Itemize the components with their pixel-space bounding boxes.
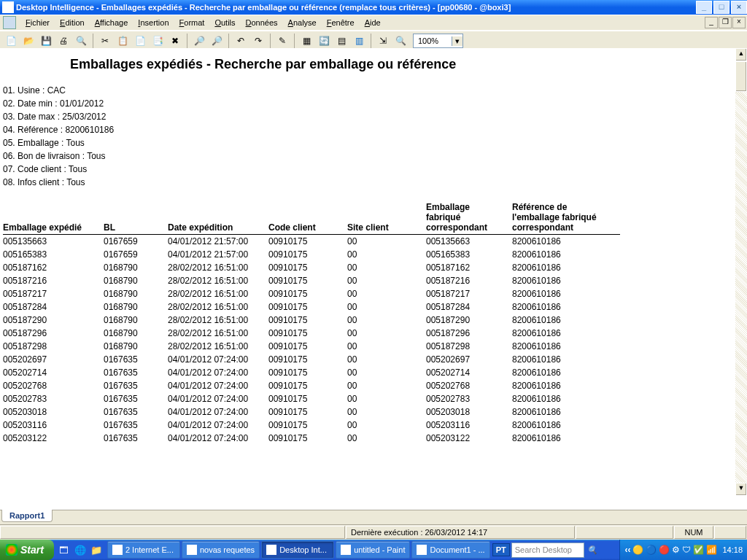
find-next-icon[interactable]: 🔎: [209, 33, 225, 49]
mdi-minimize-button[interactable]: _: [705, 17, 718, 28]
tab-rapport1[interactable]: Rapport1: [1, 510, 53, 522]
undo-icon[interactable]: ↶: [233, 33, 249, 49]
scroll-down-icon[interactable]: ▼: [735, 483, 747, 496]
menu-donnees[interactable]: Données: [241, 17, 283, 28]
maximize-button[interactable]: □: [713, 1, 729, 14]
taskbar-task[interactable]: novas requetes: [182, 541, 260, 559]
scroll-track[interactable]: [735, 92, 747, 483]
clock[interactable]: 14:18: [722, 545, 743, 554]
drill-icon[interactable]: ⇲: [375, 33, 391, 49]
menu-format[interactable]: Format: [174, 17, 210, 28]
print-icon[interactable]: 🖨: [55, 33, 71, 49]
zoom-input[interactable]: [417, 36, 449, 46]
new-icon[interactable]: 📄: [3, 33, 19, 49]
table-cell: 00910175: [268, 379, 347, 392]
menu-edition[interactable]: Edition: [55, 17, 90, 28]
scroll-thumb[interactable]: [735, 61, 747, 92]
table-row: 005202697016763504/01/2012 07:24:0000910…: [3, 353, 620, 366]
paste-icon[interactable]: 📄: [132, 33, 148, 49]
menu-analyse[interactable]: Analyse: [283, 17, 322, 28]
table-row: 005202783016763504/01/2012 07:24:0000910…: [3, 392, 620, 405]
tray-icon[interactable]: 🛡: [682, 545, 691, 555]
vertical-scrollbar[interactable]: ▲ ▼: [735, 48, 747, 496]
close-button[interactable]: ×: [731, 1, 747, 14]
scroll-up-icon[interactable]: ▲: [735, 48, 747, 61]
table-icon[interactable]: ▦: [298, 33, 314, 49]
open-icon[interactable]: 📂: [20, 33, 36, 49]
param-line: 01. Usine : CAC: [3, 85, 747, 96]
table-cell: 00910175: [268, 327, 347, 340]
table-cell: 0168790: [104, 300, 168, 314]
table-cell: 005202768: [3, 379, 104, 392]
search-input[interactable]: Search Desktop: [511, 542, 584, 558]
tray-icon[interactable]: 🔴: [659, 545, 670, 555]
mdi-close-button[interactable]: ×: [732, 17, 746, 28]
tray-icon[interactable]: ✅: [693, 545, 704, 555]
table-cell: 28/02/2012 16:51:00: [168, 340, 268, 353]
table-cell: 0167659: [104, 235, 168, 249]
delete-icon[interactable]: ✖: [167, 33, 183, 49]
table-cell: 005187296: [426, 327, 512, 340]
taskbar-task[interactable]: Desktop Int...: [261, 541, 334, 559]
taskbar-task[interactable]: 2 Internet E...: [107, 541, 180, 559]
columns-icon[interactable]: ▥: [351, 33, 367, 49]
report-parameters: 01. Usine : CAC 02. Date min : 01/01/201…: [3, 85, 747, 187]
explorer-icon[interactable]: 📁: [89, 542, 104, 558]
param-line: 06. Bon de livraison : Tous: [3, 151, 747, 161]
copy-icon[interactable]: 📋: [115, 33, 131, 49]
search-icon[interactable]: 🔍: [587, 545, 597, 555]
preview-icon[interactable]: 🔍: [73, 33, 89, 49]
tray-icon[interactable]: 🔵: [646, 545, 657, 555]
table-cell: 00: [347, 405, 426, 419]
language-indicator[interactable]: PT: [492, 543, 510, 556]
mdi-restore-button[interactable]: ❐: [719, 17, 732, 28]
tray-icon[interactable]: 🟡: [632, 545, 643, 555]
table-cell: 005203116: [3, 419, 104, 432]
tray-icon[interactable]: 📶: [706, 545, 717, 555]
edit-query-icon[interactable]: ✎: [274, 33, 290, 49]
menu-aide[interactable]: Aide: [360, 17, 386, 28]
paste-special-icon[interactable]: 📑: [150, 33, 166, 49]
menu-outils[interactable]: Outils: [209, 17, 240, 28]
structure-icon[interactable]: ▤: [333, 33, 349, 49]
table-cell: 005187290: [426, 314, 512, 327]
col-emballage-expedie: Emballage expédié: [3, 201, 104, 235]
table-cell: 8200610186: [512, 340, 620, 353]
save-icon[interactable]: 💾: [38, 33, 54, 49]
tray-expand-icon[interactable]: ‹‹: [624, 545, 630, 555]
zoom-icon[interactable]: 🔍: [392, 33, 409, 49]
table-cell: 8200610186: [512, 327, 620, 340]
table-cell: 28/02/2012 16:51:00: [168, 261, 268, 274]
menu-affichage[interactable]: Affichage: [90, 17, 133, 28]
tray-icon[interactable]: ⚙: [672, 545, 680, 555]
cut-icon[interactable]: ✂: [97, 33, 113, 49]
chevron-down-icon[interactable]: ▾: [452, 36, 462, 46]
taskbar-task[interactable]: Document1 - ...: [411, 541, 489, 559]
table-cell: 04/01/2012 07:24:00: [168, 366, 268, 379]
show-desktop-icon[interactable]: 🗔: [57, 542, 71, 558]
refresh-icon[interactable]: 🔄: [316, 33, 332, 49]
taskbar-task[interactable]: untitled - Paint: [336, 541, 410, 559]
table-cell: 005165383: [3, 248, 104, 261]
status-last-exec: Dernière exécution : 26/03/2012 14:17: [346, 526, 575, 539]
menu-fenetre[interactable]: Fenêtre: [322, 17, 360, 28]
table-row: 005203018016763504/01/2012 07:24:0000910…: [3, 405, 620, 419]
table-cell: 00: [347, 340, 426, 353]
table-cell: 005202697: [3, 353, 104, 366]
col-site-client: Site client: [347, 201, 426, 235]
find-icon[interactable]: 🔎: [191, 33, 207, 49]
minimize-button[interactable]: _: [696, 1, 712, 14]
table-cell: 00: [347, 300, 426, 314]
menu-fichier[interactable]: Fichier: [20, 17, 55, 28]
zoom-combo[interactable]: ▾: [413, 34, 463, 48]
table-cell: 005203122: [426, 432, 512, 445]
start-button[interactable]: Start: [0, 540, 54, 560]
table-cell: 00: [347, 419, 426, 432]
task-label: 2 Internet E...: [125, 545, 174, 554]
window-title: Desktop Intelligence - Emballages expédi…: [16, 3, 511, 12]
redo-icon[interactable]: ↷: [250, 33, 266, 49]
table-cell: 00: [347, 379, 426, 392]
menu-insertion[interactable]: Insertion: [133, 17, 174, 28]
table-cell: 8200610186: [512, 419, 620, 432]
ie-icon[interactable]: 🌐: [73, 542, 88, 558]
